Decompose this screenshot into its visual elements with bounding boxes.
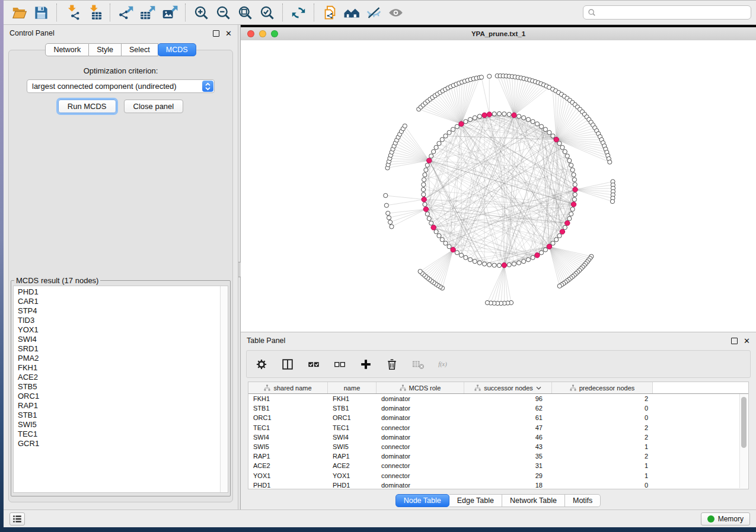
table-row[interactable]: TEC1TEC1connector472 [248, 423, 748, 432]
function-builder-button[interactable]: f(x) [435, 355, 453, 374]
column-header-MCDS-role[interactable]: MCDS role [377, 382, 464, 393]
table-cell: 2 [552, 395, 653, 402]
window-minimize-icon[interactable] [259, 30, 266, 37]
float-panel-icon[interactable] [213, 30, 219, 37]
column-header-shared-name[interactable]: shared name [248, 382, 328, 393]
delete-column-button[interactable] [383, 355, 401, 374]
table-row[interactable]: ACE2ACE2connector311 [248, 461, 748, 470]
result-item[interactable]: TID3 [18, 316, 220, 325]
column-type-icon [570, 384, 576, 391]
refresh-view-button[interactable] [288, 2, 310, 23]
table-row[interactable]: ORC1ORC1dominator610 [248, 413, 748, 422]
window-maximize-icon[interactable] [271, 30, 278, 37]
checked-boxes-icon [307, 358, 320, 371]
result-item[interactable]: PMA2 [18, 354, 220, 363]
zoom-in-icon [193, 5, 209, 21]
zoom-in-button[interactable] [190, 2, 212, 23]
result-item[interactable]: STB5 [18, 382, 220, 392]
delete-table-button[interactable] [409, 355, 427, 374]
result-item[interactable]: RAP1 [18, 401, 220, 411]
import-table-button[interactable] [84, 2, 106, 23]
tab-select[interactable]: Select [122, 43, 158, 56]
mcds-result-list[interactable]: PHD1CAR1STP4TID3YOX1SWI4SRD1PMA2FKH1ACE2… [14, 286, 220, 492]
result-item[interactable]: GCR1 [18, 439, 220, 448]
table-row[interactable]: SWI5SWI5connector431 [248, 442, 748, 451]
table-row[interactable]: FKH1FKH1dominator962 [248, 394, 748, 403]
clone-network-button[interactable] [319, 2, 341, 23]
tab-motifs[interactable]: Motifs [565, 494, 601, 507]
tab-edge-table[interactable]: Edge Table [449, 494, 502, 507]
hide-selected-button[interactable] [363, 2, 385, 23]
result-item[interactable]: YOX1 [18, 325, 220, 335]
hide-selected-icon [366, 5, 382, 21]
column-header-successor-nodes[interactable]: successor nodes [464, 382, 552, 393]
table-row[interactable]: PHD1PHD1dominator180 [248, 480, 748, 490]
result-item[interactable]: SWI4 [18, 335, 220, 344]
result-item[interactable]: CAR1 [18, 297, 220, 306]
toolbar-separator [314, 4, 315, 21]
deselect-all-rows-button[interactable] [331, 355, 349, 374]
result-item[interactable]: FKH1 [18, 363, 220, 373]
result-item[interactable]: TEC1 [18, 430, 220, 439]
network-titlebar[interactable]: YPA_prune.txt_1 [241, 27, 756, 41]
table-cell: 2 [552, 434, 653, 441]
export-image-button[interactable] [159, 2, 181, 23]
control-panel-title: Control Panel [9, 29, 55, 37]
show-columns-button[interactable] [279, 355, 296, 374]
criterion-select[interactable]: largest connected component (undirected) [27, 79, 215, 93]
table-row[interactable]: YOX1YOX1connector291 [248, 471, 748, 480]
add-column-button[interactable] [357, 355, 375, 374]
tab-network-table[interactable]: Network Table [502, 494, 565, 507]
result-list-scrollbar[interactable] [220, 286, 228, 492]
open-file-button[interactable] [8, 2, 30, 23]
window-close-icon[interactable] [247, 30, 254, 37]
export-network-button[interactable] [115, 2, 137, 23]
result-item[interactable]: SWI5 [18, 420, 220, 430]
zoom-selected-button[interactable] [256, 2, 278, 23]
result-item[interactable]: ORC1 [18, 392, 220, 401]
tab-style[interactable]: Style [89, 43, 122, 56]
search-box[interactable] [583, 5, 751, 20]
result-item[interactable]: STB1 [18, 411, 220, 420]
table-cell: TEC1 [248, 424, 328, 431]
zoom-out-button[interactable] [212, 2, 234, 23]
column-type-icon [474, 384, 481, 391]
search-input[interactable] [599, 8, 747, 17]
table-cell: connector [377, 424, 464, 431]
export-network-icon [118, 5, 134, 21]
tab-node-table[interactable]: Node Table [395, 494, 449, 507]
save-session-button[interactable] [30, 2, 52, 23]
table-row[interactable]: SWI4SWI4dominator462 [248, 432, 748, 442]
optimization-criterion-label: Optimization criterion: [4, 66, 238, 75]
close-panel-icon[interactable]: ✕ [225, 30, 232, 37]
tab-network[interactable]: Network [45, 43, 89, 56]
column-header-predecessor-nodes[interactable]: predecessor nodes [552, 382, 653, 393]
network-canvas[interactable] [241, 40, 756, 332]
memory-button[interactable]: Memory [701, 512, 750, 525]
result-item[interactable]: STP4 [18, 306, 220, 316]
import-network-button[interactable] [62, 2, 84, 23]
show-all-button[interactable] [385, 2, 407, 23]
scrollbar-thumb[interactable] [741, 397, 747, 448]
close-panel-button[interactable]: Close panel [124, 100, 184, 113]
column-header-name[interactable]: name [328, 382, 377, 393]
first-neighbors-button[interactable] [341, 2, 363, 23]
table-scrollbar[interactable] [739, 394, 748, 488]
run-mcds-button[interactable]: Run MCDS [58, 100, 116, 113]
task-history-button[interactable] [9, 512, 25, 525]
result-item[interactable]: PHD1 [18, 287, 220, 297]
table-panel-title: Table Panel [247, 336, 285, 345]
column-settings-button[interactable] [253, 355, 270, 374]
table-row[interactable]: RAP1RAP1dominator352 [248, 451, 748, 461]
zoom-fit-button[interactable] [234, 2, 256, 23]
table-cell: 0 [552, 482, 653, 489]
export-table-button[interactable] [137, 2, 159, 23]
float-table-panel-icon[interactable] [731, 338, 738, 344]
table-cell: 31 [464, 462, 552, 469]
select-all-rows-button[interactable] [305, 355, 323, 374]
table-row[interactable]: STB1STB1dominator620 [248, 403, 748, 413]
result-item[interactable]: ACE2 [18, 373, 220, 382]
result-item[interactable]: SRD1 [18, 344, 220, 354]
tab-mcds[interactable]: MCDS [158, 43, 196, 56]
close-table-panel-icon[interactable]: ✕ [744, 337, 750, 345]
